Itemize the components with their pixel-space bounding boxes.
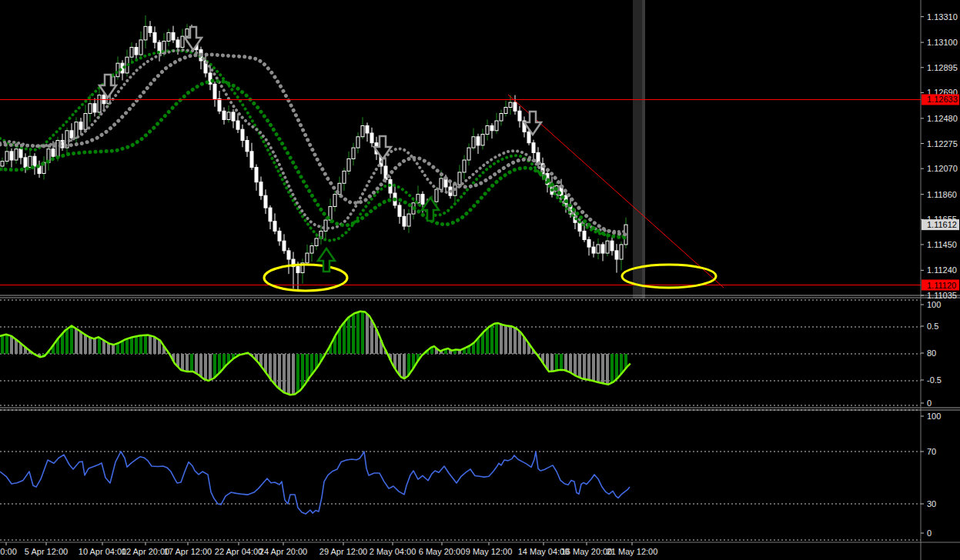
rsi-axis-label: 70	[927, 447, 936, 456]
candle-body	[504, 108, 507, 114]
candle-body	[472, 137, 475, 148]
chart-plot-area[interactable]: 1.133101.131001.128951.126901.124801.122…	[0, 0, 960, 560]
oscillator-histogram-bar	[601, 354, 604, 383]
candle-body	[606, 241, 609, 253]
oscillator-histogram-bar	[93, 338, 96, 354]
price-axis-label: 1.12480	[927, 114, 958, 123]
candle-body	[259, 182, 263, 196]
candle-body	[213, 84, 216, 98]
candle-body	[273, 222, 276, 232]
oscillator-histogram-bar	[486, 328, 489, 354]
candle-body	[172, 32, 175, 40]
candle-body	[287, 251, 290, 259]
candle-body	[89, 104, 92, 114]
candle-body	[440, 178, 443, 189]
oscillator-histogram-bar	[98, 338, 101, 354]
oscillator-axis-label: -0.5	[927, 375, 942, 385]
oscillator-histogram-bar	[574, 354, 577, 375]
oscillator-histogram-bar	[347, 317, 350, 354]
oscillator-histogram-bar	[578, 354, 581, 378]
candle-body	[93, 104, 96, 112]
candle-body	[246, 141, 249, 152]
oscillator-histogram-bar	[564, 354, 567, 371]
candle-body	[241, 129, 244, 140]
oscillator-histogram-bar	[5, 335, 8, 354]
candle-body	[601, 245, 604, 253]
oscillator-histogram-bar	[269, 354, 272, 378]
candle-body	[310, 246, 313, 254]
resistance-line-tag-label: 1.12633	[927, 95, 958, 104]
oscillator-histogram-bar	[278, 354, 281, 389]
candle-body	[477, 137, 480, 145]
oscillator-histogram-bar	[495, 323, 498, 354]
oscillator-histogram-bar	[301, 354, 304, 388]
candle-body	[458, 172, 461, 185]
time-axis-label: 24 Apr 20:00	[259, 547, 307, 556]
oscillator-histogram-bar	[555, 354, 558, 371]
candle-body	[269, 208, 272, 222]
candle-body	[578, 222, 581, 231]
oscillator-histogram-bar	[209, 354, 212, 380]
time-axis-label: 6 May 20:00	[419, 547, 466, 556]
oscillator-histogram-bar	[89, 338, 92, 354]
candle-body	[227, 112, 230, 120]
oscillator-histogram-bar	[283, 354, 286, 392]
candle-body	[495, 121, 498, 131]
oscillator-histogram-bar	[273, 354, 276, 385]
oscillator-histogram-bar	[121, 341, 124, 354]
oscillator-histogram-bar	[181, 354, 184, 371]
oscillator-histogram-bar	[306, 354, 309, 381]
oscillator-histogram-bar	[116, 343, 119, 354]
candle-body	[583, 231, 586, 239]
time-axis-label: 12 Apr 20:00	[122, 547, 169, 556]
support-line-tag-label: 1.11120	[927, 281, 956, 290]
candle-body	[532, 143, 535, 153]
candle-body	[370, 133, 373, 143]
candle-body	[79, 122, 82, 130]
oscillator-histogram-bar	[620, 354, 623, 374]
oscillator-histogram-bar	[560, 354, 563, 370]
price-axis-label: 1.12275	[927, 139, 958, 148]
oscillator-histogram-bar	[615, 354, 618, 379]
oscillator-histogram-bar	[356, 312, 360, 354]
oscillator-histogram-bar	[61, 334, 64, 354]
candle-body	[610, 241, 614, 251]
candle-body	[153, 32, 156, 42]
oscillator-histogram-bar	[15, 340, 18, 354]
candle-body	[620, 245, 623, 259]
candle-body	[467, 148, 470, 160]
candle-body	[384, 166, 387, 180]
oscillator-axis-label: 100	[927, 300, 941, 309]
candle-body	[527, 132, 530, 142]
candle-body	[361, 125, 364, 136]
candle-body	[222, 111, 226, 119]
oscillator-histogram-bar	[135, 336, 138, 354]
mt4-chart-window: 1.133101.131001.128951.126901.124801.122…	[0, 0, 960, 560]
candle-body	[10, 152, 13, 160]
oscillator-histogram-bar	[204, 354, 207, 380]
price-axis-label: 1.12895	[927, 63, 958, 72]
oscillator-histogram-bar	[107, 343, 110, 354]
candle-body	[463, 160, 466, 172]
candle-body	[597, 245, 600, 253]
candle-body	[130, 47, 133, 57]
candle-body	[421, 195, 424, 205]
oscillator-histogram-bar	[112, 345, 115, 354]
oscillator-histogram-bar	[338, 329, 341, 354]
price-axis-label: 1.11450	[927, 240, 957, 249]
candle-body	[70, 131, 73, 138]
candle-body	[283, 241, 286, 251]
candle-body	[407, 214, 410, 226]
oscillator-histogram-bar	[79, 332, 82, 354]
candle-body	[116, 63, 119, 77]
candle-body	[5, 152, 8, 162]
candle-body	[615, 251, 618, 259]
time-axis-label: 2 May 04:00	[370, 547, 416, 556]
oscillator-histogram-bar	[504, 325, 507, 354]
candle-body	[149, 26, 152, 32]
price-axis-label: 1.11035	[927, 291, 957, 300]
oscillator-histogram-bar	[75, 328, 78, 354]
time-axis-label: 10 Apr 04:00	[79, 547, 126, 556]
candle-body	[264, 195, 267, 208]
oscillator-histogram-bar	[398, 354, 401, 375]
